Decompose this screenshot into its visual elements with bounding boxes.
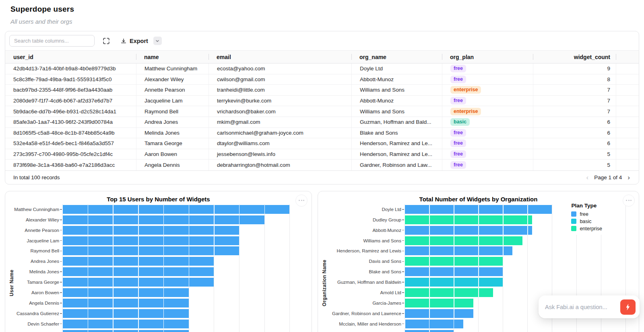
cell-org_name: Williams and Sons: [351, 106, 442, 117]
cell-email: terrykevin@burke.com: [208, 96, 351, 106]
chart-bar-row: Aaron Bowen: [5, 287, 312, 298]
chart-bar-row: Jacqueline Lam: [5, 236, 312, 246]
cell-user_id: 2080de97-f1f7-4cd6-b067-af2d37e6d7b7: [5, 96, 136, 106]
bar: [405, 236, 522, 245]
axis-tick: [60, 271, 62, 272]
expand-table-button[interactable]: [102, 37, 111, 45]
table-row[interactable]: 5b9dac6e-dd7b-496e-b931-d2c528c14da1Raym…: [5, 106, 639, 117]
chart-bar-row: Matthew Cunningham: [5, 204, 312, 215]
cell-user_id: 85afe3a0-1aa7-4130-96f2-243f9d00784a: [5, 117, 136, 127]
table-row[interactable]: 5c8c3ffe-79ad-49ba-9ad1-55593143f5c0Alex…: [5, 74, 639, 85]
axis-tick: [402, 313, 404, 314]
cell-org_plan: free: [442, 160, 533, 170]
axis-tick: [60, 282, 62, 283]
cell-spacer: [616, 149, 639, 160]
search-input[interactable]: [9, 35, 95, 47]
table-toolbar: Export: [5, 31, 639, 50]
export-label: Export: [130, 38, 148, 44]
plan-badge: free: [450, 150, 466, 158]
axis-tick: [402, 230, 404, 231]
axis-tick: [60, 313, 62, 314]
page-header: Superdope users All users and their orgs: [0, 0, 644, 25]
column-header-org_name[interactable]: org_name: [351, 51, 442, 63]
cell-spacer: [616, 128, 639, 138]
cell-user_id: 532e4a58-e51f-4de5-bec1-f846a5a3d557: [5, 138, 136, 149]
bar: [62, 205, 289, 214]
ask-fabi-button[interactable]: [620, 299, 636, 315]
bar: [62, 226, 239, 235]
chart-bar-row: Henderson, Ramirez and Lewis: [318, 246, 639, 256]
cell-user_id: 5c8c3ffe-79ad-49ba-9ad1-55593143f5c0: [5, 74, 136, 85]
cell-org_name: Henderson, Ramirez and Le...: [351, 149, 442, 160]
chart-bar-row: Meehan, Ward and Lee: [318, 329, 639, 332]
chart-bar-row: Raymond Bell: [5, 246, 312, 256]
page-indicator: Page 1 of 4: [594, 174, 622, 180]
category-label: Williams and Sons: [318, 238, 401, 243]
ask-fabi-widget[interactable]: Ask Fabi.ai a question...: [539, 295, 640, 318]
cell-email: dtaylor@williams.com: [208, 138, 351, 149]
cell-name: Jacqueline Lam: [136, 96, 208, 106]
cell-spacer: [616, 85, 639, 95]
chart-bar-row: Andrea Jones: [5, 256, 312, 266]
page-title: Superdope users: [10, 5, 634, 14]
cell-org_name: Guzman, Hoffman and Bald...: [351, 117, 442, 127]
export-button[interactable]: Export: [118, 37, 151, 45]
table-row[interactable]: 85afe3a0-1aa7-4130-96f2-243f9d00784aAndr…: [5, 117, 639, 128]
cell-spacer: [616, 96, 639, 106]
cell-widget_count: 7: [533, 96, 616, 106]
table-row[interactable]: 8d1065f5-c5a8-48ce-8c1b-874bb85c4a9bMeli…: [5, 128, 639, 139]
column-header-name[interactable]: name: [136, 51, 208, 63]
column-header-user_id[interactable]: user_id: [5, 51, 136, 63]
chevron-down-icon: [155, 39, 160, 43]
legend-title: Plan Type: [571, 203, 602, 209]
axis-tick: [402, 282, 404, 283]
category-label: Henderson, Ramirez and Lewis: [318, 248, 401, 253]
axis-tick: [60, 209, 62, 210]
axis-tick: [402, 240, 404, 241]
chart-bar-row: Alexander Wiley: [5, 215, 312, 225]
plan-badge: free: [450, 161, 466, 169]
cell-widget_count: 5: [533, 149, 616, 160]
column-header-email[interactable]: email: [208, 51, 351, 63]
cell-org_plan: free: [442, 96, 533, 106]
table-row[interactable]: bacb97bd-2355-448f-9f96-8ef3a4430aabAnne…: [5, 85, 639, 96]
chart-bar-row: Cassandra Gutierrez: [5, 308, 312, 319]
cell-widget_count: 5: [533, 160, 616, 170]
column-header-org_plan[interactable]: org_plan: [442, 51, 533, 63]
legend-swatch: [571, 219, 576, 224]
chart-menu-button[interactable]: [623, 195, 635, 207]
plan-badge: free: [450, 97, 466, 105]
table-row[interactable]: 42db4d13-7a16-40bf-b9a8-4b0e89779d3bMatt…: [5, 64, 639, 74]
axis-tick: [60, 261, 62, 262]
bar: [405, 299, 473, 307]
records-total: In total 100 records: [13, 174, 60, 180]
lightning-bolt-icon: [624, 303, 632, 311]
axis-tick: [60, 251, 62, 252]
cell-email: jessebenson@lewis.info: [208, 149, 351, 160]
cell-user_id: 42db4d13-7a16-40bf-b9a8-4b0e89779d3b: [5, 64, 136, 74]
column-header-widget_count[interactable]: widget_count: [533, 51, 616, 63]
cell-user_id: bacb97bd-2355-448f-9f96-8ef3a4430aab: [5, 85, 136, 95]
table-row[interactable]: 2080de97-f1f7-4cd6-b067-af2d37e6d7b7Jacq…: [5, 96, 639, 107]
table-header-row: user_idnameemailorg_nameorg_planwidget_c…: [5, 50, 639, 64]
page-subtitle: All users and their orgs: [10, 18, 634, 25]
cell-user_id: 273c3957-c700-4980-995b-05cfe2c1df4c: [5, 149, 136, 160]
chart-menu-button[interactable]: [295, 195, 308, 207]
axis-tick: [402, 271, 404, 272]
category-label: Abbott-Munoz: [318, 228, 401, 233]
table-row[interactable]: 532e4a58-e51f-4de5-bec1-f846a5a3d557Tama…: [5, 138, 639, 149]
next-page-button[interactable]: ›: [627, 174, 631, 181]
table-row[interactable]: 873f698e-3c1a-4368-ba60-e7a2186d3accAnge…: [5, 160, 639, 170]
chart-bar-row: Mcclain, Miller and Henderson: [318, 319, 639, 329]
cell-org_plan: free: [442, 138, 533, 149]
cell-email: cwilson@gmail.com: [208, 74, 351, 85]
prev-page-button[interactable]: ‹: [586, 174, 590, 181]
cell-name: Alexander Wiley: [136, 74, 208, 85]
export-dropdown-button[interactable]: [153, 37, 162, 45]
legend-label: enterprise: [580, 226, 602, 232]
table-row[interactable]: 273c3957-c700-4980-995b-05cfe2c1df4cAaro…: [5, 149, 639, 160]
axis-tick: [60, 324, 62, 324]
bar: [405, 246, 512, 255]
plan-badge: free: [450, 129, 466, 137]
category-label: Arnold Ltd: [318, 290, 401, 295]
